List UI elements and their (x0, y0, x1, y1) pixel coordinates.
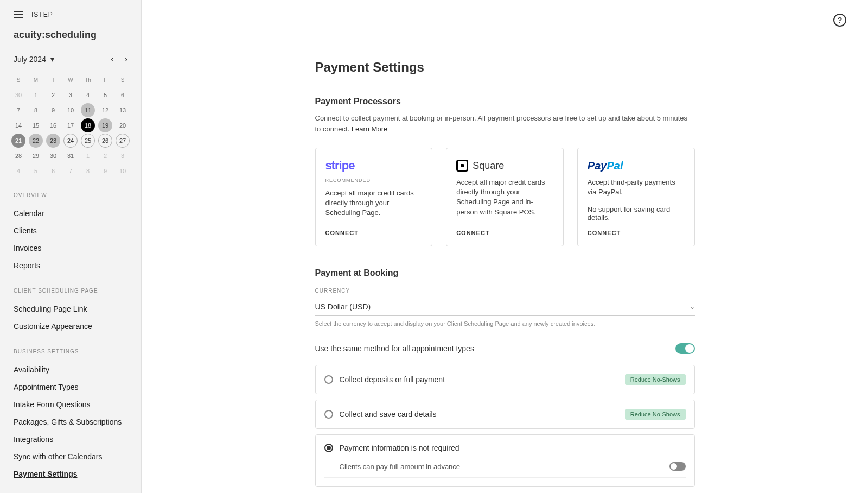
calendar-day[interactable]: 22 (29, 134, 43, 148)
nav-item-reports[interactable]: Reports (14, 257, 127, 274)
next-month-icon[interactable]: › (125, 54, 127, 64)
payment-option[interactable]: Collect deposits or full paymentReduce N… (315, 365, 695, 394)
calendar-day[interactable]: 4 (11, 164, 25, 178)
nav-item-integrations[interactable]: Integrations (14, 431, 127, 448)
calendar-day[interactable]: 1 (29, 88, 43, 102)
processor-card-paypal: PayPalAccept third-party payments via Pa… (577, 148, 695, 246)
calendar-day[interactable]: 7 (11, 103, 25, 117)
calendar-day[interactable]: 10 (116, 164, 130, 178)
nav-item-sync-with-other-calendars[interactable]: Sync with other Calendars (14, 448, 127, 465)
processor-card-square: SquareAccept all major credit cards dire… (446, 148, 564, 246)
connect-button[interactable]: CONNECT (588, 230, 685, 236)
calendar-day[interactable]: 21 (11, 134, 25, 148)
radio-button[interactable] (324, 375, 333, 384)
calendar-day[interactable]: 16 (46, 118, 60, 132)
calendar-day[interactable]: 15 (29, 118, 43, 132)
option-label: Collect and save card details (340, 410, 618, 419)
nav-item-calendar[interactable]: Calendar (14, 205, 127, 222)
processors-description: Connect to collect payment at booking or… (315, 113, 695, 134)
nav-item-intake-form-questions[interactable]: Intake Form Questions (14, 396, 127, 413)
calendar-day[interactable]: 7 (63, 164, 78, 178)
calendar-day[interactable]: 29 (29, 149, 43, 163)
day-header: M (27, 72, 44, 87)
nav-section-label: BUSINESS SETTINGS (14, 349, 127, 355)
nav-item-appointment-types[interactable]: Appointment Types (14, 378, 127, 396)
calendar-day[interactable]: 2 (46, 88, 60, 102)
currency-help: Select the currency to accept and displa… (315, 320, 695, 327)
calendar-day[interactable]: 3 (116, 149, 130, 163)
calendar-day[interactable]: 6 (116, 88, 130, 102)
calendar-day[interactable]: 9 (46, 103, 60, 117)
nav-item-availability[interactable]: Availability (14, 361, 127, 378)
calendar-day[interactable]: 12 (98, 103, 112, 117)
menu-icon[interactable] (14, 11, 23, 18)
day-header: S (10, 72, 27, 87)
calendar-day[interactable]: 19 (98, 118, 112, 132)
calendar-day[interactable]: 8 (29, 103, 43, 117)
radio-button[interactable] (324, 444, 333, 452)
same-method-toggle[interactable] (675, 343, 695, 354)
calendar-day[interactable]: 30 (46, 149, 60, 163)
calendar-day[interactable]: 24 (63, 134, 78, 148)
calendar-day[interactable]: 6 (46, 164, 60, 178)
calendar-day[interactable]: 3 (63, 88, 78, 102)
connect-button[interactable]: CONNECT (326, 230, 423, 236)
help-icon[interactable]: ? (833, 14, 846, 27)
calendar-day[interactable]: 13 (116, 103, 130, 117)
month-selector[interactable]: July 2024 ▾ (14, 55, 54, 64)
calendar-day[interactable]: 27 (116, 134, 130, 148)
calendar-day[interactable]: 25 (81, 134, 95, 148)
option-label: Collect deposits or full payment (340, 375, 618, 384)
radio-button[interactable] (324, 410, 333, 419)
calendar-day[interactable]: 14 (11, 118, 25, 132)
connect-button[interactable]: CONNECT (456, 230, 553, 236)
day-header: T (44, 72, 62, 87)
brand-name: ISTEP (31, 11, 53, 18)
main-content: ? Payment Settings Payment Processors Co… (142, 0, 868, 493)
calendar-day[interactable]: 5 (29, 164, 43, 178)
month-label: July 2024 (14, 55, 46, 64)
nav-section-label: CLIENT SCHEDULING PAGE (14, 288, 127, 294)
calendar-day[interactable]: 10 (63, 103, 78, 117)
nav-item-invoices[interactable]: Invoices (14, 239, 127, 257)
nav-item-packages-gifts-subscriptions[interactable]: Packages, Gifts & Subscriptions (14, 413, 127, 431)
reduce-noshows-badge: Reduce No-Shows (625, 409, 686, 420)
nav-item-clients[interactable]: Clients (14, 222, 127, 239)
calendar-day[interactable]: 23 (46, 134, 60, 148)
prev-month-icon[interactable]: ‹ (111, 54, 113, 64)
sub-option-label: Clients can pay full amount in advance (340, 463, 461, 471)
calendar-day[interactable]: 1 (81, 149, 95, 163)
stripe-logo: stripe (326, 158, 423, 173)
nav-item-scheduling-page-link[interactable]: Scheduling Page Link (14, 300, 127, 318)
learn-more-link[interactable]: Learn More (352, 125, 387, 133)
calendar-day[interactable]: 30 (11, 88, 25, 102)
pay-advance-toggle[interactable] (669, 462, 686, 471)
calendar-day[interactable]: 5 (98, 88, 112, 102)
chevron-down-icon: ⌄ (690, 303, 695, 311)
dropdown-icon: ▾ (50, 55, 54, 64)
payment-option[interactable]: Collect and save card detailsReduce No-S… (315, 400, 695, 429)
page-title: Payment Settings (315, 60, 695, 75)
option-label: Payment information is not required (340, 444, 686, 452)
calendar-day[interactable]: 11 (81, 103, 95, 117)
calendar-day[interactable]: 26 (98, 134, 112, 148)
calendar-day[interactable]: 9 (98, 164, 112, 178)
calendar-day[interactable]: 8 (81, 164, 95, 178)
calendar-day[interactable]: 28 (11, 149, 25, 163)
calendar-day[interactable]: 31 (63, 149, 78, 163)
calendar-day[interactable]: 18 (81, 118, 95, 132)
calendar-day[interactable]: 17 (63, 118, 78, 132)
nav-item-payment-settings[interactable]: Payment Settings (14, 465, 127, 483)
same-method-label: Use the same method for all appointment … (315, 344, 474, 353)
recommended-badge: RECOMMENDED (326, 178, 423, 183)
calendar-day[interactable]: 4 (81, 88, 95, 102)
sidebar: ISTEP acuity:scheduling July 2024 ▾ ‹ › … (0, 0, 142, 493)
day-header: W (62, 72, 79, 87)
currency-select[interactable]: US Dollar (USD) ⌄ (315, 298, 695, 316)
nav-item-customize-appearance[interactable]: Customize Appearance (14, 318, 127, 335)
calendar-day[interactable]: 2 (98, 149, 112, 163)
calendar-day[interactable]: 20 (116, 118, 130, 132)
currency-label: CURRENCY (315, 288, 695, 294)
square-logo: Square (456, 158, 553, 173)
payment-option[interactable]: Payment information is not requiredClien… (315, 434, 695, 487)
